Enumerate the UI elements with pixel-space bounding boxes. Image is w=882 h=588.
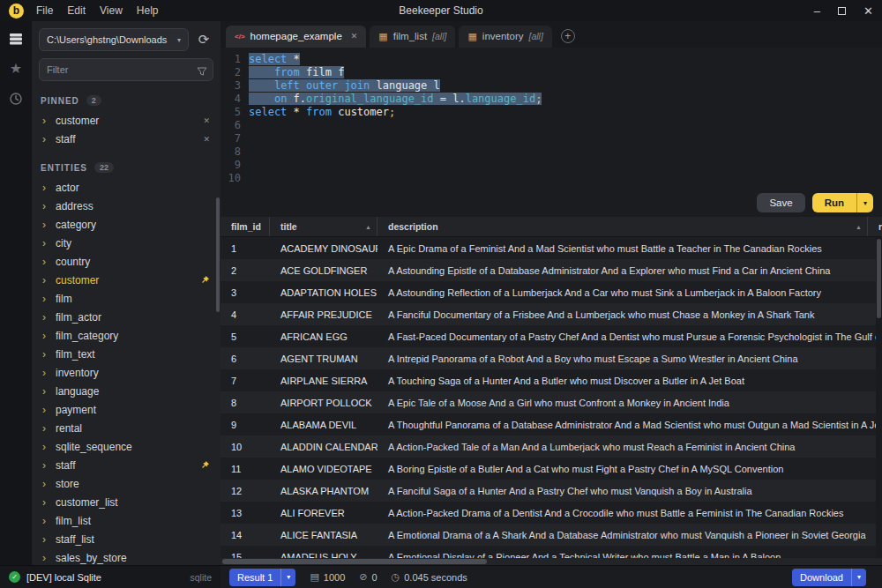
entity-item-payment[interactable]: ›payment — [39, 400, 213, 419]
column-header-description[interactable]: description▲ — [377, 217, 868, 236]
chevron-right-icon[interactable]: › — [42, 238, 49, 249]
column-header-title[interactable]: title▲ — [270, 217, 377, 236]
table-row[interactable]: 2ACE GOLDFINGERA Astounding Epistle of a… — [220, 259, 882, 281]
chevron-right-icon[interactable]: › — [42, 497, 49, 508]
chevron-right-icon[interactable]: › — [42, 423, 49, 434]
table-row[interactable]: 8AIRPORT POLLOCKA Epic Tale of a Moose A… — [220, 391, 882, 413]
table-row[interactable]: 11ALAMO VIDEOTAPEA Boring Epistle of a B… — [220, 458, 882, 480]
entity-item-rental[interactable]: ›rental — [39, 419, 213, 437]
run-button[interactable]: Run — [812, 193, 856, 212]
pinned-item-staff[interactable]: ›staff✕ — [39, 130, 213, 148]
entity-item-store[interactable]: ›store — [39, 474, 213, 493]
save-button[interactable]: Save — [757, 193, 804, 212]
chevron-right-icon[interactable]: › — [42, 220, 49, 230]
chevron-right-icon[interactable]: › — [42, 331, 49, 341]
result-selector-caret[interactable]: ▾ — [280, 569, 295, 586]
sort-asc-icon[interactable]: ▲ — [856, 224, 867, 230]
table-row[interactable]: 12ALASKA PHANTOMA Fanciful Saga of a Hun… — [220, 480, 882, 502]
chevron-right-icon[interactable]: › — [42, 182, 49, 193]
new-tab-button[interactable]: + — [561, 29, 575, 43]
chevron-right-icon[interactable]: › — [42, 553, 49, 563]
chevron-right-icon[interactable]: › — [42, 386, 49, 397]
table-row[interactable]: 14ALICE FANTASIAA Emotional Drama of a A… — [220, 524, 882, 546]
entity-item-film_actor[interactable]: ›film_actor — [39, 308, 213, 326]
result-selector-button[interactable]: Result 1 — [229, 569, 280, 586]
entity-item-film_category[interactable]: ›film_category — [39, 326, 213, 345]
entity-item-staff[interactable]: ›staff — [39, 456, 213, 474]
entity-item-city[interactable]: ›city — [39, 234, 213, 252]
entity-item-inventory[interactable]: ›inventory — [39, 363, 213, 382]
table-row[interactable]: 1ACADEMY DINOSAURA Epic Drama of a Femin… — [220, 237, 882, 259]
tab-inventory[interactable]: ▦inventory[all] — [459, 26, 551, 48]
table-row[interactable]: 15AMADEUS HOLYA Emotional Display of a P… — [220, 546, 882, 558]
favorites-icon[interactable]: ★ — [10, 62, 22, 76]
column-header-film_id[interactable]: film_id — [220, 217, 270, 236]
entity-item-customer_list[interactable]: ›customer_list — [39, 493, 213, 511]
chevron-right-icon[interactable]: › — [42, 534, 49, 545]
pinned-item-customer[interactable]: ›customer✕ — [39, 111, 213, 130]
menu-edit[interactable]: Edit — [67, 4, 86, 17]
menu-file[interactable]: File — [36, 4, 53, 17]
entity-item-film[interactable]: ›film — [39, 289, 213, 308]
table-row[interactable]: 9ALABAMA DEVILA Thoughtful Panorama of a… — [220, 413, 882, 435]
close-window-button[interactable]: ✕ — [863, 4, 873, 18]
minimize-button[interactable]: – — [814, 4, 820, 18]
entity-item-sales_by_store[interactable]: ›sales_by_store — [39, 548, 213, 565]
sort-asc-icon[interactable]: ▲ — [365, 224, 377, 230]
table-row[interactable]: 10ALADDIN CALENDARA Action-Packed Tale o… — [220, 435, 882, 458]
close-icon[interactable]: ✕ — [203, 116, 210, 125]
chevron-right-icon[interactable]: › — [42, 115, 49, 126]
entity-item-sqlite_sequence[interactable]: ›sqlite_sequence — [39, 437, 213, 456]
download-button[interactable]: Download — [792, 569, 851, 586]
table-row[interactable]: 13ALI FOREVERA Action-Packed Drama of a … — [220, 502, 882, 524]
results-horizontal-scrollbar[interactable] — [220, 558, 882, 565]
menu-view[interactable]: View — [100, 4, 123, 17]
chevron-right-icon[interactable]: › — [42, 460, 49, 471]
entity-item-staff_list[interactable]: ›staff_list — [39, 530, 213, 548]
chevron-right-icon[interactable]: › — [42, 479, 49, 489]
refresh-button[interactable]: ⟳ — [194, 30, 213, 49]
table-row[interactable]: 6AGENT TRUMANA Intrepid Panorama of a Ro… — [220, 347, 882, 369]
chevron-right-icon[interactable]: › — [42, 294, 49, 304]
chevron-right-icon[interactable]: › — [42, 275, 49, 286]
chevron-right-icon[interactable]: › — [42, 368, 49, 378]
sidebar-scrollbar[interactable] — [216, 197, 220, 312]
maximize-button[interactable] — [838, 7, 846, 15]
chevron-right-icon[interactable]: › — [42, 349, 49, 360]
table-row[interactable]: 5AFRICAN EGGA Fast-Paced Documentary of … — [220, 325, 882, 347]
entity-item-address[interactable]: ›address — [39, 197, 213, 215]
entity-item-country[interactable]: ›country — [39, 252, 213, 271]
chevron-right-icon[interactable]: › — [42, 442, 49, 452]
chevron-right-icon[interactable]: › — [42, 516, 49, 526]
history-icon[interactable] — [9, 92, 23, 106]
close-icon[interactable]: ✕ — [351, 32, 358, 41]
tab-film_list[interactable]: ▦film_list[all] — [370, 26, 455, 48]
entity-item-film_text[interactable]: ›film_text — [39, 345, 213, 363]
filter-input[interactable] — [39, 58, 213, 81]
chevron-right-icon[interactable]: › — [42, 134, 49, 145]
pin-icon[interactable] — [200, 275, 210, 285]
run-options-caret[interactable]: ▾ — [856, 193, 873, 212]
scrollbar-thumb[interactable] — [222, 559, 487, 564]
code-area[interactable]: select * from film f left outer join lan… — [249, 53, 882, 189]
scrollbar-thumb[interactable] — [877, 239, 881, 318]
results-vertical-scrollbar[interactable] — [876, 237, 882, 558]
table-row[interactable]: 7AIRPLANE SIERRAA Touching Saga of a Hun… — [220, 369, 882, 391]
database-tables-icon[interactable] — [9, 32, 23, 46]
menu-help[interactable]: Help — [137, 4, 159, 17]
entity-item-film_list[interactable]: ›film_list — [39, 511, 213, 530]
chevron-right-icon[interactable]: › — [42, 201, 49, 212]
chevron-right-icon[interactable]: › — [42, 312, 49, 323]
column-header-r[interactable]: r — [868, 217, 882, 236]
sql-editor[interactable]: 12345678910 select * from film f left ou… — [220, 48, 882, 189]
chevron-right-icon[interactable]: › — [42, 405, 49, 415]
pin-icon[interactable] — [200, 460, 210, 470]
table-row[interactable]: 3ADAPTATION HOLESA Astounding Reflection… — [220, 281, 882, 303]
entity-item-customer[interactable]: ›customer — [39, 271, 213, 289]
entity-item-actor[interactable]: ›actor — [39, 178, 213, 197]
close-icon[interactable]: ✕ — [203, 135, 210, 144]
database-selector[interactable]: C:\Users\ghstng\Downloads ▾ — [39, 28, 189, 51]
download-options-caret[interactable]: ▾ — [851, 569, 866, 586]
entity-item-language[interactable]: ›language — [39, 382, 213, 400]
tab-homepage_example[interactable]: </>homepage_example✕ — [226, 26, 366, 48]
